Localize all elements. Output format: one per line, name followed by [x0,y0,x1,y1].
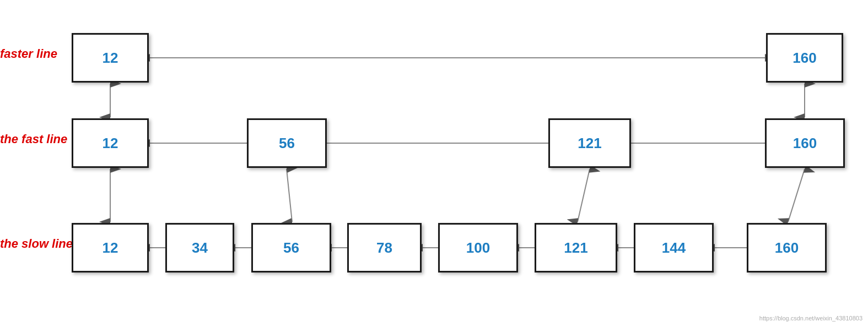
node-slow-34: 34 [165,223,234,272]
slow-line-label: the slow line [0,237,73,251]
node-slow-78: 78 [347,223,422,272]
node-slow-121: 121 [535,223,617,272]
node-fast-121: 121 [548,118,631,168]
node-slow-144: 144 [634,223,714,272]
node-slow-56: 56 [251,223,331,272]
node-slow-160: 160 [747,223,827,272]
svg-line-12 [578,169,590,222]
node-fast-160: 160 [765,118,845,168]
node-fast-12: 12 [72,118,149,168]
node-fast-56: 56 [247,118,327,168]
node-slow-100: 100 [438,223,518,272]
node-faster-12: 12 [72,33,149,83]
fast-line-label: the fast line [0,132,67,146]
node-slow-12: 12 [72,223,149,272]
svg-line-11 [287,169,292,222]
watermark: https://blog.csdn.net/weixin_43810803 [759,315,862,321]
node-faster-160: 160 [766,33,843,83]
svg-line-13 [788,169,805,222]
faster-line-label: faster line [0,47,57,61]
diagram: faster line the fast line the slow line … [0,0,868,327]
